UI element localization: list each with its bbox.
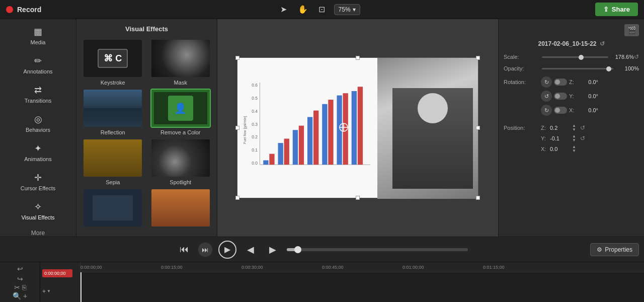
pos-z-axis-label: X: [541, 146, 548, 152]
effect-remove-color[interactable]: 👤 Remove a Color [148, 89, 213, 135]
effect-spotlight[interactable]: Spotlight [148, 138, 213, 185]
position-z-value: 0.0 [550, 146, 570, 152]
position-y-stepper[interactable]: ▲▼ [572, 134, 576, 142]
opacity-value: 100% [616, 65, 639, 71]
position-x-reset-icon[interactable]: ↺ [580, 124, 585, 131]
effects-title: Visual Effects [80, 23, 213, 35]
step-back-button[interactable]: ⏭ [198, 243, 212, 257]
timeline-tools: ↩ ↪ ✂ ⎘ 🔍 + [0, 262, 40, 302]
track-collapse-button[interactable]: ▼ [47, 289, 51, 293]
scale-slider-thumb[interactable] [579, 55, 584, 60]
preview-area[interactable]: 0.0 0.1 0.2 0.3 0.4 0.5 0.6 [217, 19, 498, 237]
sidebar-item-media[interactable]: ▦ Media [0, 21, 76, 50]
playhead [80, 272, 82, 302]
effect-thumb-generic2 [150, 188, 211, 228]
svg-rect-23 [299, 126, 304, 165]
rotation-x-icon[interactable]: ↻ [541, 105, 552, 116]
rotation-row-z: Rotation: ↻ Z: 0.0° [504, 77, 598, 88]
redo-button[interactable]: ↪ [17, 275, 23, 283]
sidebar-item-label: Behaviors [26, 127, 50, 133]
rotation-y-value: 0.0° [578, 93, 598, 99]
playback-thumb[interactable] [294, 246, 301, 253]
rotation-row-y: ↺ Y: 0.0° [504, 91, 598, 102]
svg-text:0.0: 0.0 [252, 161, 258, 166]
effect-label-spotlight: Spotlight [170, 179, 191, 185]
opacity-slider-thumb[interactable] [606, 66, 611, 71]
sidebar-item-label: Cursor Effects [21, 185, 56, 191]
effect-generic1[interactable] [80, 188, 145, 229]
effects-panel: Visual Effects ⌘ C Keystroke Mask [76, 19, 217, 237]
add-track-button[interactable]: + [42, 288, 46, 295]
sidebar-item-animations[interactable]: ✦ Animations [0, 138, 76, 167]
opacity-slider[interactable] [542, 68, 613, 69]
zoom-selector[interactable]: 75% ▾ [334, 4, 360, 15]
timeline: ↩ ↪ ✂ ⎘ 🔍 + 0:00:00;00 + ▼ 0:00:00; [0, 262, 644, 302]
effects-grid: ⌘ C Keystroke Mask Reflection [80, 39, 213, 229]
share-button[interactable]: ⇪ Share [595, 3, 638, 16]
opacity-label: Opacity: [504, 65, 539, 71]
rotation-toggle-x[interactable] [554, 107, 567, 114]
cut-button[interactable]: ✂ [14, 283, 20, 291]
rewind-button[interactable]: ⏮ [176, 242, 192, 258]
copy-button[interactable]: ⎘ [22, 283, 26, 291]
scale-slider[interactable] [542, 56, 608, 58]
media-icon: ▦ [34, 26, 42, 37]
timeline-content: 0:00:00;00 + ▼ 0:00:00;00 0:00:15;00 0:0… [40, 262, 644, 302]
play-button[interactable]: ▶ [218, 241, 236, 259]
effect-keystroke[interactable]: ⌘ C Keystroke [80, 39, 145, 86]
position-y-value: -0.1 [550, 135, 570, 141]
rotation-toggle-z[interactable] [554, 79, 567, 86]
scale-row: Scale: 178.6% ↺ [504, 53, 639, 60]
svg-rect-16 [293, 130, 298, 165]
svg-text:0.6: 0.6 [252, 83, 258, 88]
gear-icon: ⚙ [597, 246, 602, 253]
sidebar-item-cursor-effects[interactable]: ✛ Cursor Effects [0, 167, 76, 196]
preview-canvas: 0.0 0.1 0.2 0.3 0.4 0.5 0.6 [237, 57, 478, 198]
rotation-cw-icon[interactable]: ↻ [541, 77, 552, 88]
track-area[interactable] [80, 272, 644, 302]
position-x-stepper[interactable]: ▲▼ [572, 124, 576, 132]
time-marker-4: 0:01:00;00 [403, 265, 424, 270]
chart-area: 0.0 0.1 0.2 0.3 0.4 0.5 0.6 [237, 58, 377, 198]
time-marker-5: 0:01:15;00 [483, 265, 505, 270]
cmd-icon: ⌘ C [98, 49, 128, 68]
record-indicator [6, 6, 13, 13]
svg-rect-15 [278, 143, 283, 165]
sidebar-item-behaviors[interactable]: ◎ Behaviors [0, 109, 76, 138]
effect-sepia[interactable]: Sepia [80, 138, 145, 185]
svg-rect-14 [263, 161, 268, 165]
effect-mask[interactable]: Mask [148, 39, 213, 86]
arrow-tool-icon[interactable]: ➤ [277, 3, 291, 17]
rotation-ccw-icon[interactable]: ↺ [541, 91, 552, 102]
hand-tool-icon[interactable]: ✋ [296, 3, 310, 17]
undo-button[interactable]: ↩ [17, 265, 23, 273]
properties-button[interactable]: ⚙ Properties [590, 243, 639, 256]
rotation-toggle-y[interactable] [554, 93, 567, 100]
effect-thumb-remove-color: 👤 [150, 89, 211, 128]
playback-controls: ⏮ ⏭ ▶ ◀ ▶ ⚙ Properties [0, 237, 644, 262]
svg-rect-21 [269, 154, 274, 165]
position-y-reset-icon[interactable]: ↺ [580, 135, 585, 142]
refresh-icon[interactable]: ↺ [600, 40, 605, 47]
svg-rect-25 [328, 100, 333, 165]
zoom-out-button[interactable]: 🔍 [13, 292, 21, 300]
playback-progress-bar[interactable] [287, 248, 468, 251]
svg-text:Fuel flow [gal/min]: Fuel flow [gal/min] [243, 116, 247, 144]
scale-reset-icon[interactable]: ↺ [634, 53, 639, 60]
zoom-in-button[interactable]: + [23, 292, 27, 300]
position-z-stepper[interactable]: ▲▼ [572, 145, 576, 153]
next-frame-button[interactable]: ▶ [265, 242, 281, 258]
prev-frame-button[interactable]: ◀ [243, 242, 259, 258]
sidebar-item-visual-effects[interactable]: ✧ Visual Effects [0, 196, 76, 225]
sidebar-item-annotations[interactable]: ✏ Annotations [0, 50, 76, 80]
properties-tab-icon[interactable]: 🎬 [624, 24, 639, 36]
crop-tool-icon[interactable]: ⊡ [315, 3, 329, 17]
rotation-x-value: 0.0° [578, 107, 598, 113]
time-marker-2: 0:00:30;00 [242, 265, 263, 270]
sidebar-item-label: Animations [24, 156, 51, 162]
effect-generic2[interactable] [148, 188, 213, 229]
effect-reflection[interactable]: Reflection [80, 89, 145, 135]
sidebar: ▦ Media ✏ Annotations ⇄ Transitions ◎ Be… [0, 19, 76, 237]
sidebar-item-transitions[interactable]: ⇄ Transitions [0, 80, 76, 109]
svg-rect-20 [352, 91, 357, 165]
